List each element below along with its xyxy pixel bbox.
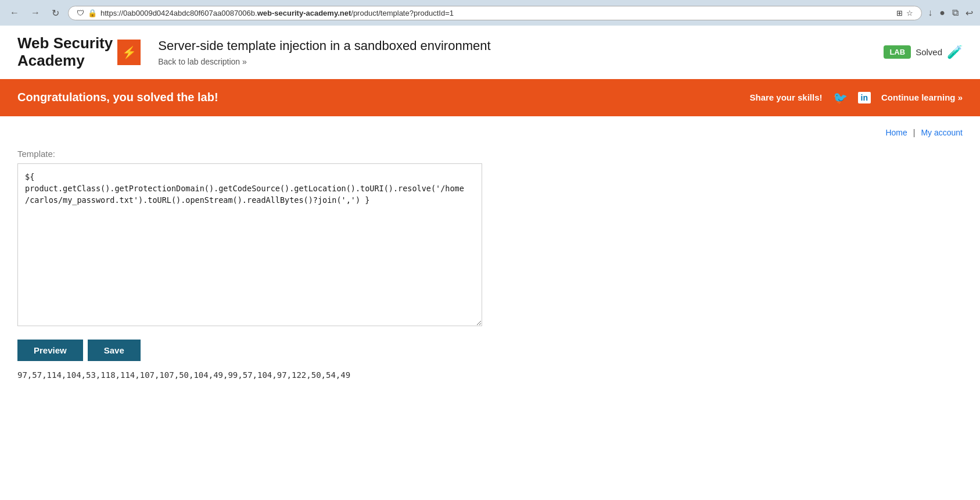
lock-icon: 🔒 (88, 9, 97, 17)
share-text: Share your skills! (749, 92, 822, 102)
browser-toolbar: ↓ ● ⧉ ↩ (928, 8, 973, 19)
logo-area: Web Security Academy ⚡ (17, 35, 141, 70)
lab-title: Server-side template injection in a sand… (158, 38, 866, 53)
forward-button[interactable]: → (28, 6, 43, 19)
star-icon: ☆ (906, 9, 913, 17)
reload-button[interactable]: ↻ (49, 6, 62, 20)
template-label: Template: (17, 149, 963, 159)
preview-button[interactable]: Preview (17, 340, 83, 361)
lab-status-area: LAB Solved 🧪 (884, 45, 963, 60)
template-textarea[interactable]: ${ product.getClass().getProtectionDomai… (17, 163, 482, 326)
qr-icon: ⊞ (896, 9, 903, 17)
url-text: https://0ab0009d0424abdc80f607aa0087006b… (100, 9, 454, 17)
profile-icon[interactable]: ● (939, 8, 945, 18)
twitter-icon[interactable]: 🐦 (833, 91, 848, 105)
download-icon[interactable]: ↓ (928, 8, 932, 18)
home-link[interactable]: Home (885, 128, 907, 137)
browser-chrome: ← → ↻ 🛡 🔒 https://0ab0009d0424abdc80f607… (0, 0, 980, 26)
security-icon: 🛡 (77, 9, 84, 17)
lab-title-area: Server-side template injection in a sand… (158, 38, 866, 66)
solved-label: Solved (916, 47, 942, 57)
history-icon[interactable]: ↩ (965, 8, 973, 19)
flask-icon: 🧪 (947, 45, 963, 60)
linkedin-icon[interactable]: in (858, 92, 871, 103)
result-text: 97,57,114,104,53,118,114,107,107,50,104,… (17, 370, 963, 380)
congrats-text: Congratulations, you solved the lab! (17, 91, 218, 104)
back-button[interactable]: ← (7, 6, 22, 19)
save-button[interactable]: Save (88, 340, 141, 361)
logo-icon: ⚡ (117, 40, 141, 65)
extensions-icon[interactable]: ⧉ (952, 8, 959, 18)
nav-separator: | (913, 128, 916, 137)
nav-links: Home | My account (17, 128, 963, 137)
success-banner: Congratulations, you solved the lab! Sha… (0, 79, 980, 116)
logo-text: Web Security Academy (17, 35, 113, 70)
my-account-link[interactable]: My account (921, 128, 963, 137)
main-content: Home | My account Template: ${ product.g… (0, 116, 980, 397)
lab-badge: LAB (884, 45, 911, 59)
button-row: Preview Save (17, 340, 963, 361)
url-bar[interactable]: 🛡 🔒 https://0ab0009d0424abdc80f607aa0087… (68, 6, 922, 20)
back-to-lab-link[interactable]: Back to lab description » (158, 57, 247, 66)
banner-right: Share your skills! 🐦 in Continue learnin… (749, 91, 963, 105)
page-header: Web Security Academy ⚡ Server-side templ… (0, 26, 980, 79)
continue-learning-link[interactable]: Continue learning » (881, 92, 963, 102)
